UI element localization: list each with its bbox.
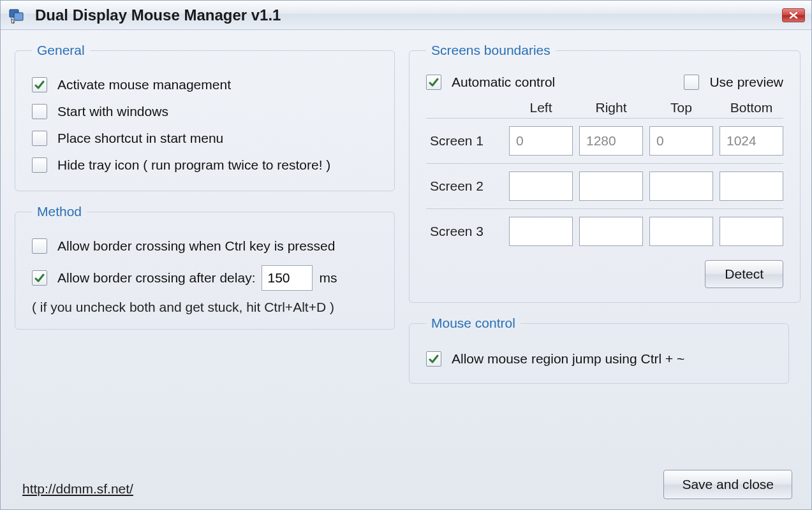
label-delay-suffix: ms xyxy=(319,270,337,286)
screen-3-left[interactable] xyxy=(509,217,573,246)
label-start-with-windows: Start with windows xyxy=(57,104,168,119)
group-method-legend: Method xyxy=(32,204,87,219)
group-general-legend: General xyxy=(32,43,90,58)
titlebar: Dual Display Mouse Manager v1.1 xyxy=(1,1,811,30)
screen-2-label: Screen 2 xyxy=(426,178,503,194)
group-mouse-control: Mouse control Allow mouse region jump us… xyxy=(409,316,789,384)
label-auto-control: Automatic control xyxy=(452,75,555,90)
checkbox-region-jump[interactable] xyxy=(426,351,441,367)
checkbox-use-preview[interactable] xyxy=(684,75,699,90)
screen-3-bottom[interactable] xyxy=(720,217,783,246)
screen-1-bottom[interactable] xyxy=(720,126,783,156)
checkbox-start-with-windows[interactable] xyxy=(32,104,47,119)
screen-3-top[interactable] xyxy=(649,217,713,246)
app-window: Dual Display Mouse Manager v1.1 General … xyxy=(0,0,812,510)
checkbox-delay-crossing[interactable] xyxy=(32,270,47,286)
screen-1-label: Screen 1 xyxy=(426,133,503,149)
label-activate: Activate mouse management xyxy=(57,77,231,92)
close-button[interactable] xyxy=(782,8,805,22)
screen-1-left[interactable] xyxy=(509,126,573,156)
screen-2-right[interactable] xyxy=(579,171,643,201)
screen-2-top[interactable] xyxy=(649,171,713,201)
screen-1-top[interactable] xyxy=(649,126,713,156)
method-hint: ( if you uncheck both and get stuck, hit… xyxy=(32,300,378,315)
group-general: General Activate mouse management Start … xyxy=(15,43,395,191)
checkbox-ctrl-crossing[interactable] xyxy=(32,238,47,254)
bounds-headers: Left Right Top Bottom xyxy=(426,100,783,115)
label-delay-prefix: Allow border crossing after delay: xyxy=(57,270,255,286)
screen-3-label: Screen 3 xyxy=(426,224,503,239)
app-icon xyxy=(8,7,25,24)
svg-rect-1 xyxy=(14,13,23,20)
group-bounds: Screens boundaries Automatic control xyxy=(409,43,801,303)
checkbox-auto-control[interactable] xyxy=(426,75,441,90)
screen-row-2: Screen 2 xyxy=(426,163,783,208)
checkbox-hide-tray[interactable] xyxy=(32,157,47,173)
header-right: Right xyxy=(579,100,643,115)
header-top: Top xyxy=(649,100,713,115)
group-method: Method Allow border crossing when Ctrl k… xyxy=(15,204,395,330)
close-icon xyxy=(789,11,798,19)
delay-input[interactable] xyxy=(262,265,313,291)
client-area: General Activate mouse management Start … xyxy=(1,30,811,509)
screen-3-right[interactable] xyxy=(579,217,643,246)
screen-1-right[interactable] xyxy=(579,126,643,156)
screen-2-bottom[interactable] xyxy=(720,171,783,201)
screen-row-1: Screen 1 xyxy=(426,118,783,163)
label-hide-tray: Hide tray icon ( run program twice to re… xyxy=(57,157,330,173)
screen-row-3: Screen 3 xyxy=(426,208,783,254)
save-and-close-button[interactable]: Save and close xyxy=(663,470,792,499)
group-bounds-legend: Screens boundaries xyxy=(426,43,556,58)
window-title: Dual Display Mouse Manager v1.1 xyxy=(35,6,782,24)
screen-2-left[interactable] xyxy=(509,171,573,201)
header-bottom: Bottom xyxy=(720,100,783,115)
label-ctrl-crossing: Allow border crossing when Ctrl key is p… xyxy=(57,238,335,254)
label-use-preview: Use preview xyxy=(709,75,783,90)
checkbox-start-menu-shortcut[interactable] xyxy=(32,131,47,146)
group-mouse-control-legend: Mouse control xyxy=(426,316,520,331)
label-region-jump: Allow mouse region jump using Ctrl + ~ xyxy=(452,351,684,367)
header-left: Left xyxy=(509,100,573,115)
footer: http://ddmm.sf.net/ xyxy=(22,481,133,497)
checkbox-activate[interactable] xyxy=(32,77,47,92)
project-link[interactable]: http://ddmm.sf.net/ xyxy=(22,481,133,496)
detect-button[interactable]: Detect xyxy=(705,260,783,288)
label-start-menu-shortcut: Place shortcut in start menu xyxy=(57,131,223,146)
